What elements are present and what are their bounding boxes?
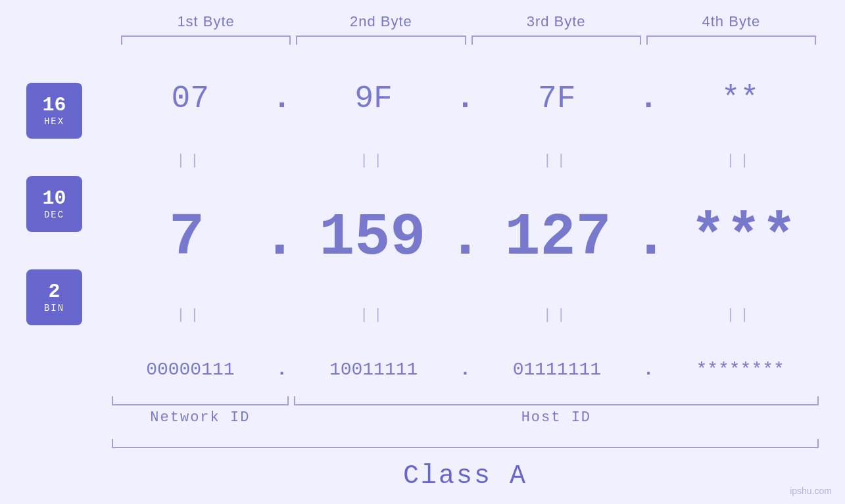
hex-dot-2: . xyxy=(452,81,479,116)
dec-byte-1: 7 xyxy=(112,204,262,271)
hex-badge-num: 16 xyxy=(42,95,66,116)
id-labels: Network ID Host ID xyxy=(112,409,819,426)
eq1-2: || xyxy=(295,152,452,169)
byte-header-2: 2nd Byte xyxy=(293,13,468,30)
host-bracket xyxy=(294,396,819,405)
dec-dot-3: . xyxy=(633,204,669,271)
data-rows-column: 07 . 9F . 7F . ** || || || || 7 . xyxy=(112,64,819,396)
equals-row-2: || || || || xyxy=(112,304,819,326)
hex-badge: 16 HEX xyxy=(26,83,82,139)
id-brackets xyxy=(112,396,819,405)
bin-badge: 2 BIN xyxy=(26,269,82,325)
main-container: 1st Byte 2nd Byte 3rd Byte 4th Byte 16 H… xyxy=(0,0,845,504)
full-bottom-bracket xyxy=(112,439,819,448)
eq1-4: || xyxy=(662,152,819,169)
bin-badge-label: BIN xyxy=(44,303,64,313)
hex-data-row: 07 . 9F . 7F . ** xyxy=(112,81,819,116)
dec-dot-2: . xyxy=(447,204,483,271)
bin-byte-1: 00000111 xyxy=(112,359,269,380)
bracket-2 xyxy=(296,35,466,45)
hex-dot-1: . xyxy=(269,81,295,116)
eq1-1: || xyxy=(112,152,269,169)
network-id-label: Network ID xyxy=(112,409,289,426)
eq2-4: || xyxy=(662,307,819,323)
host-id-label: Host ID xyxy=(294,409,819,426)
dec-badge-num: 10 xyxy=(42,188,66,210)
bin-dot-1: . xyxy=(269,359,295,380)
class-label: Class A xyxy=(112,455,819,497)
hex-badge-label: HEX xyxy=(44,116,64,127)
dec-byte-3: 127 xyxy=(483,204,633,271)
network-bracket xyxy=(112,396,289,405)
bin-badge-num: 2 xyxy=(48,281,60,303)
dec-byte-4: *** xyxy=(669,204,819,271)
bin-dot-2: . xyxy=(452,359,479,380)
hex-byte-3: 7F xyxy=(479,81,636,116)
bracket-1 xyxy=(121,35,291,45)
byte-header-3: 3rd Byte xyxy=(469,13,644,30)
eq2-1: || xyxy=(112,307,269,323)
dec-badge-label: DEC xyxy=(44,210,64,220)
dec-dot-1: . xyxy=(262,204,297,271)
bracket-3 xyxy=(471,35,641,45)
eq2-2: || xyxy=(295,307,452,323)
hex-byte-4: ** xyxy=(662,81,819,116)
top-brackets xyxy=(26,35,819,45)
badges-column: 16 HEX 10 DEC 2 BIN xyxy=(26,64,112,396)
bin-data-row: 00000111 . 10011111 . 01111111 . *******… xyxy=(112,359,819,380)
byte-headers-row: 1st Byte 2nd Byte 3rd Byte 4th Byte xyxy=(26,13,819,30)
equals-row-1: || || || || xyxy=(112,150,819,172)
watermark: ipshu.com xyxy=(790,486,832,496)
bracket-4 xyxy=(646,35,816,45)
dec-data-row: 7 . 159 . 127 . *** xyxy=(112,204,819,271)
bin-dot-3: . xyxy=(635,359,662,380)
dec-byte-2: 159 xyxy=(297,204,447,271)
bin-byte-2: 10011111 xyxy=(295,359,452,380)
hex-byte-2: 9F xyxy=(295,81,452,116)
dec-badge: 10 DEC xyxy=(26,176,82,232)
hex-dot-3: . xyxy=(635,81,662,116)
bin-byte-3: 01111111 xyxy=(479,359,636,380)
hex-byte-1: 07 xyxy=(112,81,269,116)
bottom-section: Network ID Host ID Class A xyxy=(26,396,819,497)
byte-header-4: 4th Byte xyxy=(644,13,819,30)
eq1-3: || xyxy=(479,152,636,169)
eq2-3: || xyxy=(479,307,636,323)
main-content-area: 16 HEX 10 DEC 2 BIN 07 . 9F . 7F . ** xyxy=(26,64,819,396)
byte-header-1: 1st Byte xyxy=(118,13,293,30)
bin-byte-4: ******** xyxy=(662,359,819,380)
